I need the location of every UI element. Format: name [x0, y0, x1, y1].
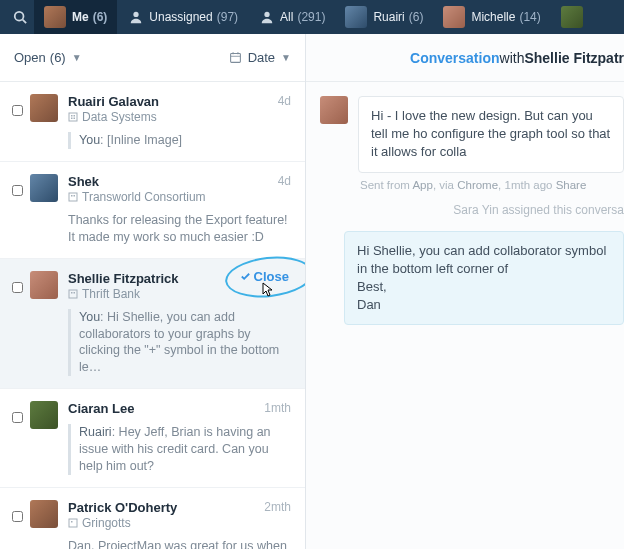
svg-rect-17 — [71, 292, 73, 294]
svg-point-0 — [15, 12, 24, 21]
avatar — [30, 401, 58, 429]
snippet: You: Hi Shellie, you can add collaborato… — [68, 309, 291, 377]
assignee-count: (97) — [217, 10, 238, 24]
assignee-count: (291) — [297, 10, 325, 24]
top-nav: Me (6) Unassigned (97) All (291) Ruairi … — [0, 0, 624, 34]
chevron-down-icon: ▼ — [281, 52, 291, 63]
svg-rect-18 — [74, 292, 76, 294]
assignee-tab-all[interactable]: All (291) — [248, 0, 335, 34]
close-conversation-button[interactable]: Close — [240, 269, 289, 284]
select-checkbox[interactable] — [12, 412, 23, 423]
main: Open (6) ▼ Date ▼ Ruairi Galavan 4d — [0, 34, 624, 549]
svg-rect-19 — [69, 519, 77, 527]
select-checkbox[interactable] — [12, 282, 23, 293]
svg-rect-13 — [69, 193, 77, 201]
conversation-item[interactable]: Ciaran Lee 1mth Ruairi: Hey Jeff, Brian … — [0, 389, 305, 488]
company-name: Transworld Consortium — [68, 190, 291, 204]
contact-name: Ciaran Lee — [68, 401, 134, 416]
filter-bar: Open (6) ▼ Date ▼ — [0, 34, 305, 82]
snippet: Dan, ProjectMap was great for us when we… — [68, 538, 291, 549]
building-icon — [68, 112, 78, 122]
company-name: Data Systems — [68, 110, 291, 124]
company-name: Thrift Bank — [68, 287, 291, 301]
share-link[interactable]: Share — [556, 179, 587, 191]
avatar — [345, 6, 367, 28]
company-name: Gringotts — [68, 516, 291, 530]
svg-point-3 — [264, 12, 269, 17]
avatar — [30, 94, 58, 122]
svg-rect-8 — [69, 113, 77, 121]
reply-bubble: Hi Shellie, you can add collaborator sym… — [344, 231, 624, 326]
avatar — [443, 6, 465, 28]
assignee-tab-ruairi[interactable]: Ruairi (6) — [335, 0, 433, 34]
conversation-item-selected[interactable]: Shellie Fitzpatrick Thrift Bank You: Hi … — [0, 259, 305, 390]
status-label: Open — [14, 50, 46, 65]
contact-name: Patrick O'Doherty — [68, 500, 177, 515]
timestamp: 1mth — [264, 401, 291, 416]
assignee-tab-me[interactable]: Me (6) — [34, 0, 117, 34]
sort-filter[interactable]: Date ▼ — [229, 50, 291, 65]
conversation-item[interactable]: Ruairi Galavan 4d Data Systems You: [Inl… — [0, 82, 305, 162]
svg-rect-10 — [74, 115, 76, 117]
conversation-header: Conversation with Shellie Fitzpatr — [306, 34, 624, 82]
conversation-list: Ruairi Galavan 4d Data Systems You: [Inl… — [0, 82, 305, 549]
assignee-label: Michelle — [471, 10, 515, 24]
message-meta: Sent from App, via Chrome, 1mth ago Shar… — [360, 179, 624, 191]
timestamp: 4d — [278, 94, 291, 109]
svg-rect-12 — [74, 118, 76, 120]
assignee-label: All — [280, 10, 293, 24]
status-count: (6) — [50, 50, 66, 65]
assignee-count: (14) — [519, 10, 540, 24]
avatar — [30, 500, 58, 528]
conversation-panel: Conversation with Shellie Fitzpatr Hi - … — [306, 34, 624, 549]
svg-rect-20 — [71, 521, 73, 523]
assignee-tab-michelle[interactable]: Michelle (14) — [433, 0, 550, 34]
svg-rect-15 — [74, 195, 76, 197]
incoming-message: Hi - I love the new design. But can you … — [320, 96, 624, 173]
message-thread: Hi - I love the new design. But can you … — [306, 82, 624, 325]
sort-label: Date — [248, 50, 275, 65]
assignee-label: Unassigned — [149, 10, 212, 24]
select-checkbox[interactable] — [12, 185, 23, 196]
avatar — [44, 6, 66, 28]
svg-point-2 — [134, 12, 139, 17]
calendar-icon — [229, 51, 242, 64]
search-icon — [13, 10, 27, 24]
timestamp: 2mth — [264, 500, 291, 515]
chevron-down-icon: ▼ — [72, 52, 82, 63]
assignee-label: Me — [72, 10, 89, 24]
system-note: Sara Yin assigned this conversa — [320, 203, 624, 217]
contact-name: Shek — [68, 174, 99, 189]
timestamp: 4d — [278, 174, 291, 189]
assignee-count: (6) — [409, 10, 424, 24]
svg-rect-14 — [71, 195, 73, 197]
person-icon — [258, 8, 276, 26]
building-icon — [68, 289, 78, 299]
search-button[interactable] — [6, 3, 34, 31]
svg-rect-4 — [230, 53, 240, 62]
select-checkbox[interactable] — [12, 105, 23, 116]
snippet: You: [Inline Image] — [68, 132, 291, 149]
select-checkbox[interactable] — [12, 511, 23, 522]
message-bubble: Hi - I love the new design. But can you … — [358, 96, 624, 173]
snippet: Thanks for releasing the Export feature!… — [68, 212, 291, 246]
avatar — [30, 271, 58, 299]
inbox-panel: Open (6) ▼ Date ▼ Ruairi Galavan 4d — [0, 34, 306, 549]
contact-name: Shellie Fitzpatr — [524, 50, 624, 66]
svg-rect-9 — [71, 115, 73, 117]
contact-name: Shellie Fitzpatrick — [68, 271, 179, 286]
status-filter[interactable]: Open (6) ▼ — [14, 50, 82, 65]
person-icon — [127, 8, 145, 26]
conversation-item[interactable]: Shek 4d Transworld Consortium Thanks for… — [0, 162, 305, 259]
conversation-item[interactable]: Patrick O'Doherty 2mth Gringotts Dan, Pr… — [0, 488, 305, 549]
building-icon — [68, 518, 78, 528]
avatar — [561, 6, 583, 28]
check-icon — [240, 271, 251, 282]
assignee-count: (6) — [93, 10, 108, 24]
conversation-link[interactable]: Conversation — [410, 50, 499, 66]
assignee-tab-unassigned[interactable]: Unassigned (97) — [117, 0, 248, 34]
assignee-tab-more[interactable] — [551, 0, 589, 34]
avatar — [320, 96, 348, 124]
assignee-label: Ruairi — [373, 10, 404, 24]
svg-rect-16 — [69, 290, 77, 298]
